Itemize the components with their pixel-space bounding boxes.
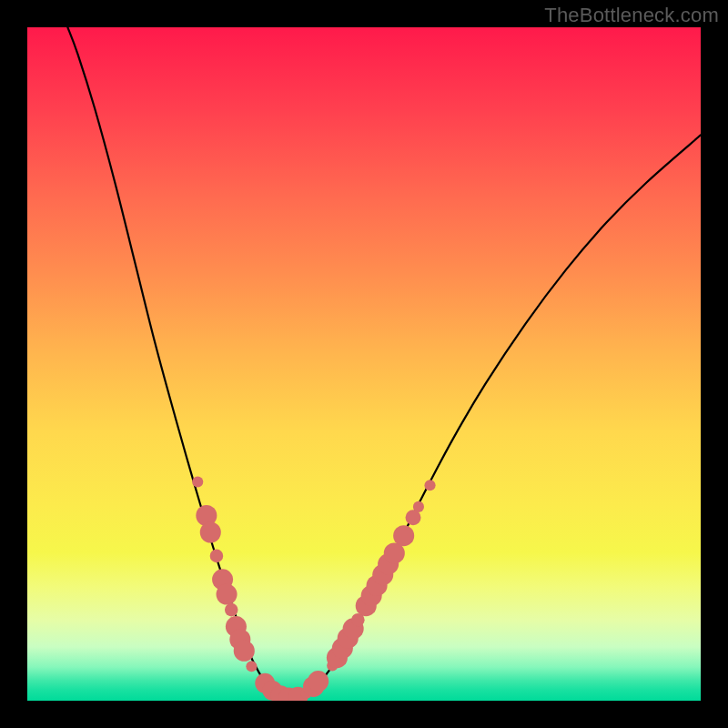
data-marker	[217, 584, 238, 605]
data-marker	[413, 501, 424, 512]
data-marker	[234, 641, 255, 662]
data-marker	[210, 550, 224, 563]
data-marker	[424, 480, 435, 490]
data-marker	[246, 661, 257, 672]
curve-markers	[192, 476, 435, 701]
data-marker	[192, 476, 203, 487]
data-marker	[225, 603, 238, 617]
data-marker	[200, 521, 221, 542]
curve-line	[67, 27, 701, 698]
watermark-text: TheBottleneck.com	[544, 4, 719, 27]
data-marker	[393, 525, 414, 546]
chart-frame: TheBottleneck.com	[0, 0, 728, 728]
bottleneck-curve	[27, 27, 701, 701]
data-marker	[308, 671, 329, 692]
plot-area	[27, 27, 701, 701]
